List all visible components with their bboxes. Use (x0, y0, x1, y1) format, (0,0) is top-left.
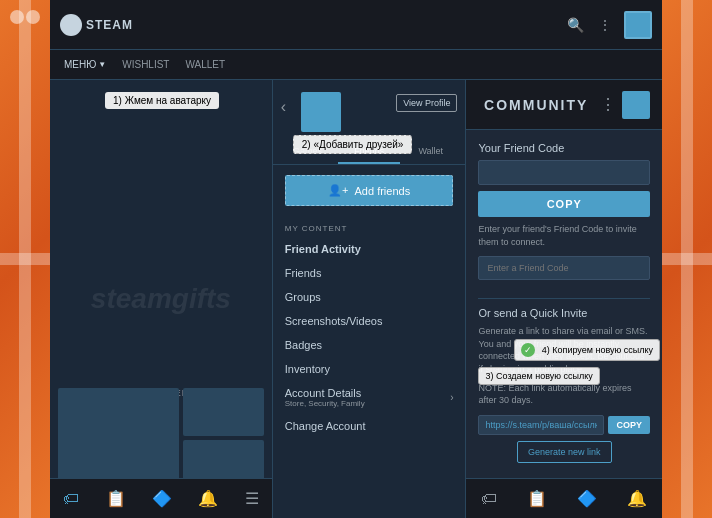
diamond-icon[interactable]: 🔷 (152, 489, 172, 508)
annotation-4: ✓ 4) Копируем новую ссылку (514, 339, 660, 361)
annotation-3: 3) Создаем новую ссылку (478, 367, 599, 385)
generate-new-link-button[interactable]: Generate new link (517, 441, 612, 463)
featured-cards (58, 388, 264, 488)
menu-item-change-account[interactable]: Change Account (273, 414, 466, 438)
nav-item-wallet[interactable]: WALLET (179, 59, 231, 70)
content-area: 1) Жмем на аватарку steamgifts FEATURED … (50, 80, 662, 518)
library-icon[interactable]: 📋 (106, 489, 126, 508)
menu-items: Friend Activity Friends Groups Screensho… (273, 237, 466, 438)
left-panel: 1) Жмем на аватарку steamgifts FEATURED … (50, 80, 273, 518)
featured-card-2 (183, 388, 264, 436)
menu-icon[interactable]: ⋮ (594, 14, 616, 36)
menu-item-groups[interactable]: Groups (273, 285, 466, 309)
community-header: COMMUNITY ⋮ (466, 80, 662, 130)
menu-item-screenshots[interactable]: Screenshots/Videos (273, 309, 466, 333)
nav-bar: МЕНЮ ▼ WISHLIST WALLET (50, 50, 662, 80)
community-menu-icon[interactable]: ⋮ (600, 95, 616, 114)
menu-item-account[interactable]: Account Details Store, Security, Family … (273, 381, 466, 414)
search-icon[interactable]: 🔍 (564, 14, 586, 36)
link-input[interactable] (478, 415, 604, 435)
enter-friend-code-input[interactable] (478, 256, 650, 280)
comm-diamond-icon[interactable]: 🔷 (577, 489, 597, 508)
view-profile-button[interactable]: View Profile (396, 94, 457, 112)
copy-link-button[interactable]: COPY (608, 416, 650, 434)
checkmark-icon: ✓ (521, 343, 535, 357)
nav-item-wishlist[interactable]: WISHLIST (116, 59, 175, 70)
profile-avatar (301, 92, 341, 132)
friend-code-helper: Enter your friend's Friend Code to invit… (478, 223, 650, 248)
community-avatar (622, 91, 650, 119)
menu-item-friends[interactable]: Friends (273, 261, 466, 285)
comm-library-icon[interactable]: 📋 (527, 489, 547, 508)
featured-card-1 (58, 388, 179, 488)
copy-friend-code-button[interactable]: COPY (478, 191, 650, 217)
gift-box-left (0, 0, 50, 518)
user-avatar[interactable] (624, 11, 652, 39)
comm-store-icon[interactable]: 🏷 (481, 490, 497, 508)
profile-header: View Profile (273, 80, 466, 140)
bell-icon[interactable]: 🔔 (198, 489, 218, 508)
add-friends-icon: 👤+ (328, 184, 348, 197)
friend-code-label: Your Friend Code (478, 142, 650, 154)
middle-panel: ‹ View Profile 2) «Добавить друзей» Game… (273, 80, 467, 518)
quick-invite-note: NOTE: Each link automatically expires af… (478, 382, 650, 407)
store-icon[interactable]: 🏷 (63, 490, 79, 508)
arrow-icon: › (450, 392, 453, 403)
gift-box-right (662, 0, 712, 518)
community-bottom-nav: 🏷 📋 🔷 🔔 (466, 478, 662, 518)
quick-invite-title: Or send a Quick Invite (478, 307, 650, 319)
friend-code-input[interactable] (478, 160, 650, 185)
my-content-label: MY CONTENT (273, 216, 466, 237)
annotation-2: 2) «Добавить друзей» (293, 135, 413, 154)
left-bottom-nav: 🏷 📋 🔷 🔔 ☰ (50, 478, 272, 518)
chevron-down-icon: ▼ (98, 60, 106, 69)
community-title: COMMUNITY (478, 97, 594, 113)
steam-logo: STEAM (60, 14, 133, 36)
back-button[interactable]: ‹ (281, 98, 286, 116)
top-bar: STEAM 🔍 ⋮ (50, 0, 662, 50)
menu-item-inventory[interactable]: Inventory (273, 357, 466, 381)
steam-logo-text: STEAM (86, 18, 133, 32)
hamburger-icon[interactable]: ☰ (245, 489, 259, 508)
nav-item-menu[interactable]: МЕНЮ ▼ (58, 59, 112, 70)
comm-bell-icon[interactable]: 🔔 (627, 489, 647, 508)
community-content: Your Friend Code COPY Enter your friend'… (466, 130, 662, 478)
right-panel: COMMUNITY ⋮ Your Friend Code COPY Enter … (466, 80, 662, 518)
annotation-1: 1) Жмем на аватарку (105, 92, 219, 109)
menu-item-friend-activity[interactable]: Friend Activity (273, 237, 466, 261)
main-wrapper: STEAM 🔍 ⋮ МЕНЮ ▼ WISHLIST WALLET 1) Жмем… (50, 0, 662, 518)
menu-item-badges[interactable]: Badges (273, 333, 466, 357)
link-row: COPY 3) Создаем новую ссылку (478, 415, 650, 435)
add-friends-button[interactable]: 👤+ Add friends (285, 175, 454, 206)
top-bar-icons: 🔍 ⋮ (564, 11, 652, 39)
steam-icon (60, 14, 82, 36)
watermark: steamgifts (91, 283, 231, 315)
